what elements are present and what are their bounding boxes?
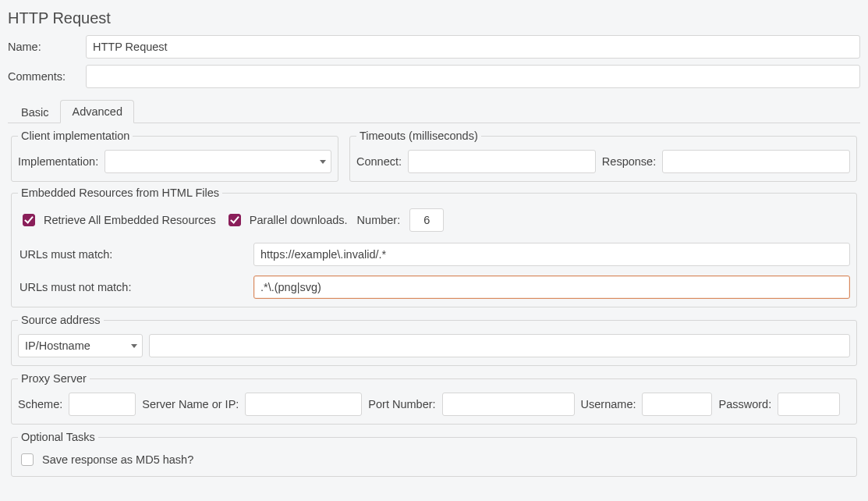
comments-label: Comments: <box>8 70 86 83</box>
proxy-password-label: Password: <box>718 398 771 410</box>
embedded-resources-legend: Embedded Resources from HTML Files <box>18 187 222 199</box>
parallel-number-label: Number: <box>357 214 401 226</box>
parallel-downloads-text: Parallel downloads. <box>250 214 348 226</box>
client-implementation-group: Client implementation Implementation: <box>11 130 338 182</box>
urls-must-not-match-label: URLs must not match: <box>19 281 253 293</box>
parallel-downloads-checkbox[interactable] <box>229 214 241 226</box>
page-title: HTTP Request <box>8 9 860 27</box>
timeouts-group: Timeouts (milliseconds) Connect: Respons… <box>349 130 857 182</box>
optional-tasks-legend: Optional Tasks <box>18 431 98 443</box>
proxy-username-label: Username: <box>581 398 636 410</box>
tab-advanced[interactable]: Advanced <box>60 100 134 123</box>
proxy-server-legend: Proxy Server <box>18 372 90 385</box>
urls-must-match-input[interactable] <box>253 243 850 266</box>
proxy-username-input[interactable] <box>642 393 712 416</box>
name-label: Name: <box>8 41 86 53</box>
connect-timeout-input[interactable] <box>408 150 596 173</box>
proxy-password-input[interactable] <box>778 393 840 416</box>
client-implementation-legend: Client implementation <box>18 130 133 142</box>
embedded-resources-group: Embedded Resources from HTML Files Retri… <box>11 187 857 307</box>
tab-bar: Basic Advanced <box>8 99 860 123</box>
timeouts-legend: Timeouts (milliseconds) <box>356 130 481 142</box>
optional-tasks-group: Optional Tasks Save response as MD5 hash… <box>11 431 857 477</box>
source-address-type-value: IP/Hostname <box>25 339 123 352</box>
tab-basic[interactable]: Basic <box>9 101 60 123</box>
source-address-group: Source address IP/Hostname <box>11 314 857 366</box>
proxy-server-label: Server Name or IP: <box>142 398 239 410</box>
proxy-scheme-label: Scheme: <box>18 398 62 410</box>
connect-timeout-label: Connect: <box>356 155 402 168</box>
implementation-label: Implementation: <box>18 155 98 168</box>
response-timeout-input[interactable] <box>662 150 850 173</box>
proxy-port-label: Port Number: <box>368 398 435 410</box>
parallel-downloads-checkbox-label[interactable]: Parallel downloads. <box>225 211 348 229</box>
retrieve-all-text: Retrieve All Embedded Resources <box>44 214 216 226</box>
md5-checkbox-label[interactable]: Save response as MD5 hash? <box>18 451 193 468</box>
chevron-down-icon <box>131 344 137 348</box>
proxy-port-input[interactable] <box>442 393 575 416</box>
source-address-legend: Source address <box>18 314 104 326</box>
proxy-scheme-input[interactable] <box>69 393 136 416</box>
implementation-dropdown[interactable] <box>105 150 331 173</box>
proxy-server-input[interactable] <box>245 393 362 416</box>
name-input[interactable] <box>86 35 860 59</box>
md5-checkbox[interactable] <box>21 453 34 466</box>
proxy-server-group: Proxy Server Scheme: Server Name or IP: … <box>11 372 857 425</box>
comments-input[interactable] <box>86 65 860 88</box>
source-address-input[interactable] <box>149 334 850 357</box>
md5-text: Save response as MD5 hash? <box>42 453 193 466</box>
parallel-number-input[interactable] <box>409 208 444 232</box>
retrieve-all-checkbox[interactable] <box>23 214 35 226</box>
chevron-down-icon <box>320 160 326 164</box>
response-timeout-label: Response: <box>602 155 656 168</box>
source-address-type-dropdown[interactable]: IP/Hostname <box>18 334 143 357</box>
urls-must-not-match-input[interactable] <box>253 275 850 299</box>
retrieve-all-checkbox-label[interactable]: Retrieve All Embedded Resources <box>19 211 216 229</box>
urls-must-match-label: URLs must match: <box>19 248 253 261</box>
